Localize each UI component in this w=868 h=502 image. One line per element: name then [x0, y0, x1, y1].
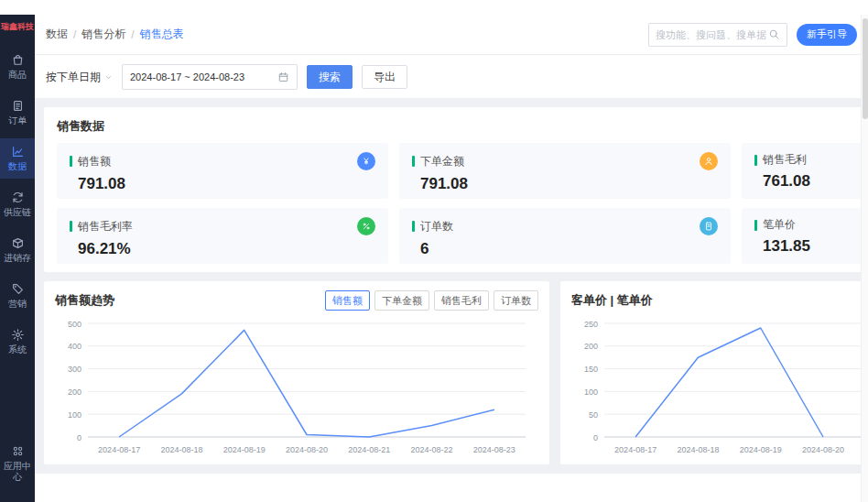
svg-text:2024-08-21: 2024-08-21 [348, 445, 390, 454]
chevron-down-icon [104, 73, 113, 82]
price-trend-card: 客单价 | 笔单价 0501001502002502024-08-172024-… [560, 281, 868, 464]
tag-icon [11, 282, 25, 296]
metric-label: 销售毛利 [763, 152, 868, 168]
svg-text:400: 400 [68, 342, 81, 351]
search-icon[interactable] [768, 28, 780, 40]
calendar-icon [277, 71, 289, 83]
sidebar-item-label: 系统 [6, 344, 28, 355]
breadcrumb: 数据 / 销售分析 / 销售总表 [46, 27, 184, 42]
svg-text:2024-08-20: 2024-08-20 [286, 445, 328, 454]
svg-text:0: 0 [77, 433, 81, 442]
metric-label: 销售毛利率 [78, 219, 352, 235]
chart-icon [11, 145, 25, 158]
sidebar-item-supply-chain[interactable]: 供应链 [0, 184, 35, 224]
sidebar: 瑞鑫科技 商品 订单 数据 供应链 进销存 营销 系统 应用中心 [0, 15, 35, 502]
svg-text:2024-08-20: 2024-08-20 [802, 445, 844, 454]
metric-tile-avg-order-value: 笔单价 131.85 [742, 208, 868, 264]
sidebar-item-label: 商品 [6, 70, 28, 81]
inventory-box-icon [11, 236, 25, 250]
metric-tile-gross-margin: 销售毛利率 96.21% [57, 208, 388, 264]
metric-value: 131.85 [754, 237, 868, 256]
beginner-guide-button[interactable]: 新手引导 [797, 24, 857, 46]
sidebar-item-marketing[interactable]: 营销 [0, 276, 35, 316]
svg-text:2024-08-22: 2024-08-22 [411, 445, 453, 454]
metric-tiles: 销售额 791.08 下单金额 791.08 销售毛利 761.08 [57, 143, 868, 264]
sidebar-item-label: 供应链 [2, 207, 33, 218]
main-content: 销售数据 销售额 791.08 下单金额 791.08 [35, 98, 868, 474]
svg-text:300: 300 [68, 365, 81, 374]
section-title: 销售数据 [57, 118, 868, 135]
sales-trend-card: 销售额趋势 销售额 下单金额 销售毛利 订单数 0100200300400500… [44, 281, 549, 464]
svg-text:500: 500 [68, 320, 81, 329]
price-trend-line-chart: 0501001502002502024-08-172024-08-182024-… [571, 314, 868, 459]
export-button[interactable]: 导出 [362, 65, 407, 89]
supply-chain-icon [11, 191, 25, 204]
svg-text:200: 200 [68, 387, 81, 397]
accent-bar [754, 155, 757, 166]
svg-text:100: 100 [68, 410, 81, 420]
header-actions: 新手引导 [648, 23, 857, 47]
date-type-dropdown[interactable]: 按下单日期 [46, 70, 113, 85]
sidebar-item-system[interactable]: 系统 [0, 322, 35, 362]
svg-text:2024-08-17: 2024-08-17 [614, 445, 656, 454]
svg-text:50: 50 [589, 410, 598, 420]
metric-label: 下单金额 [420, 154, 694, 169]
top-header: 数据 / 销售分析 / 销售总表 新手引导 [35, 15, 868, 55]
breadcrumb-item[interactable]: 销售分析 [81, 27, 125, 42]
accent-bar [412, 156, 415, 167]
sidebar-item-label: 营销 [6, 299, 28, 310]
tab-sales-amount[interactable]: 销售额 [325, 290, 370, 311]
sidebar-item-label: 进销存 [2, 253, 33, 264]
metric-tile-order-count: 订单数 6 [399, 208, 731, 264]
metric-value: 6 [412, 240, 718, 258]
date-range-picker[interactable]: 2024-08-17 ~ 2024-08-23 [122, 64, 298, 90]
breadcrumb-item[interactable]: 数据 [46, 27, 68, 42]
goods-icon [11, 53, 25, 67]
global-search-box[interactable] [648, 23, 787, 47]
metric-tile-order-amount: 下单金额 791.08 [399, 143, 731, 199]
chart-title: 销售额趋势 [55, 292, 114, 309]
chart-title: 客单价 | 笔单价 [571, 292, 653, 309]
svg-text:2024-08-18: 2024-08-18 [160, 445, 202, 454]
date-type-label: 按下单日期 [46, 70, 101, 85]
sidebar-item-goods[interactable]: 商品 [0, 47, 35, 87]
sidebar-item-data[interactable]: 数据 [0, 138, 35, 179]
tab-gross-profit[interactable]: 销售毛利 [434, 290, 489, 311]
sidebar-item-label: 数据 [6, 161, 28, 172]
svg-text:200: 200 [584, 342, 598, 351]
breadcrumb-current: 销售总表 [140, 27, 184, 42]
app-logo: 瑞鑫科技 [1, 22, 34, 32]
sales-trend-line-chart: 01002003004005002024-08-172024-08-182024… [55, 314, 535, 459]
metric-tile-gross-profit: 销售毛利 761.08 [742, 143, 868, 199]
metric-label: 订单数 [420, 219, 694, 235]
metric-value: 761.08 [754, 172, 868, 191]
search-button[interactable]: 搜索 [307, 65, 353, 89]
svg-text:2024-08-19: 2024-08-19 [223, 445, 266, 454]
sidebar-item-label: 应用中心 [0, 461, 35, 483]
tab-order-count[interactable]: 订单数 [494, 290, 538, 311]
accent-bar [754, 220, 757, 231]
sidebar-item-inventory[interactable]: 进销存 [0, 230, 35, 270]
app-center-icon [11, 444, 25, 458]
metric-value: 791.08 [412, 175, 718, 193]
accent-bar [70, 156, 72, 167]
sidebar-item-app-center[interactable]: 应用中心 [0, 438, 35, 489]
scrollbar-thumb[interactable] [863, 18, 868, 119]
scrollbar[interactable] [861, 15, 868, 502]
svg-text:2024-08-17: 2024-08-17 [98, 445, 140, 454]
date-range-value: 2024-08-17 ~ 2024-08-23 [130, 71, 244, 82]
svg-text:2024-08-23: 2024-08-23 [473, 445, 515, 454]
metric-value: 96.21% [70, 240, 375, 258]
sidebar-item-orders[interactable]: 订单 [0, 93, 35, 133]
metric-label: 笔单价 [763, 217, 868, 233]
yuan-icon [357, 152, 375, 170]
breadcrumb-separator: / [131, 28, 134, 41]
search-input[interactable] [656, 29, 768, 40]
accent-bar [70, 221, 72, 232]
gear-icon [11, 328, 25, 342]
metric-label: 销售额 [78, 154, 352, 169]
order-icon [11, 99, 25, 113]
doc-icon [700, 217, 718, 235]
trend-metric-tabs: 销售额 下单金额 销售毛利 订单数 [325, 290, 538, 311]
tab-order-amount[interactable]: 下单金额 [374, 290, 429, 311]
